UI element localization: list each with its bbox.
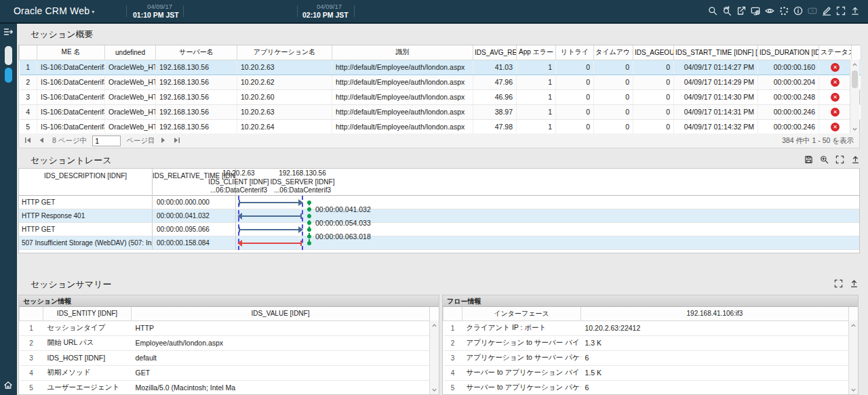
summary-row[interactable]: 4初期メソッドGET <box>20 365 439 380</box>
scroll-up-button[interactable] <box>849 321 858 330</box>
fullscreen-icon[interactable] <box>834 279 843 288</box>
page-first-button[interactable] <box>24 137 34 145</box>
cell: 1 <box>517 60 556 75</box>
cell: OracleWeb_HTTP <box>105 89 156 104</box>
header-divider <box>183 5 184 17</box>
scroll-thumb[interactable] <box>852 70 858 88</box>
overview-column-header[interactable]: App エラー <box>517 45 556 60</box>
summary-column-header[interactable]: IDS_ENTITY [IDNF] <box>43 307 132 320</box>
session-row[interactable]: 1IS-106:DataCenterif3OracleWeb_HTTP192.1… <box>20 60 861 75</box>
eye-icon[interactable] <box>765 6 774 16</box>
search-icon[interactable] <box>708 6 717 16</box>
app-menu[interactable]: Oracle CRM Web▾ <box>14 5 94 16</box>
info-icon[interactable] <box>793 6 803 16</box>
cell: 192.168.130.56 <box>156 75 237 89</box>
start-time: 01:10 PM JST <box>133 11 172 20</box>
status-cell: ✕ <box>819 104 852 119</box>
grid-dots-icon[interactable] <box>779 6 789 16</box>
overview-scrollbar[interactable] <box>850 60 859 134</box>
cell: 10.20.2.62 <box>237 75 332 89</box>
summary-row[interactable]: 2開始 URL パスEmployee/auth/london.aspx <box>20 335 439 350</box>
home-icon[interactable] <box>3 380 13 390</box>
summary-column-header[interactable]: インターフェース <box>462 307 581 320</box>
session-row[interactable]: 2IS-106:DataCenterif3OracleWeb_HTTP192.1… <box>20 75 861 89</box>
upload-icon[interactable] <box>851 155 860 164</box>
time-range-end[interactable]: 04/09/17 02:10 PM JST <box>302 3 342 20</box>
summary-row[interactable]: 5サーバー to アプリケーション パケット6 <box>443 380 859 395</box>
page-last-button[interactable] <box>174 137 183 145</box>
upload-icon[interactable] <box>850 279 859 288</box>
cell: 10.20.2.63 <box>237 104 332 119</box>
search-again-icon[interactable] <box>722 6 732 16</box>
fullscreen-icon[interactable] <box>836 6 846 16</box>
error-status-icon: ✕ <box>831 123 840 131</box>
session-trace-panel: IDS_DESCRIPTION [IDNF] IDS_RELATIVE_TIME… <box>18 168 860 253</box>
time-range-start[interactable]: 04/09/17 01:10 PM JST <box>133 3 172 20</box>
session-row[interactable]: 5IS-106:DataCenterif3OracleWeb_HTTP192.1… <box>20 119 861 134</box>
session-row[interactable]: 4IS-106:DataCenterif3OracleWeb_HTTP192.1… <box>20 104 861 119</box>
expand-sidebar-icon[interactable] <box>3 27 13 37</box>
scroll-down-button[interactable] <box>849 386 858 394</box>
scroll-up-button[interactable] <box>430 321 439 330</box>
page-number-input[interactable] <box>92 136 121 146</box>
summary-row[interactable]: 4サーバー to アプリケーション バイト1.5 K <box>443 365 859 380</box>
overview-column-header[interactable]: サーバー名 <box>156 45 237 60</box>
trace-col-description[interactable]: IDS_DESCRIPTION [IDNF] <box>19 169 153 196</box>
overview-column-header[interactable]: タイムアウト <box>594 45 633 60</box>
overview-column-header[interactable]: IDS_AVG_RESP( <box>473 45 517 60</box>
panel-indicator-active[interactable] <box>5 68 12 83</box>
summary-toolbar <box>834 279 859 288</box>
export-page-icon[interactable] <box>736 6 746 16</box>
summary-row[interactable]: 3IDS_HOST [IDNF]default <box>20 350 439 365</box>
overview-column-header[interactable]: IDS_AGEOUTS <box>633 45 674 60</box>
save-icon[interactable] <box>804 155 813 164</box>
cell: 2 <box>20 335 43 350</box>
scroll-down-button[interactable] <box>850 125 859 133</box>
trace-event-row[interactable]: HTTP Response 40100:00:00.041.032 <box>19 209 859 223</box>
session-row[interactable]: 3IS-106:DataCenterif3OracleWeb_HTTP192.1… <box>20 89 861 104</box>
flow-info-scrollbar[interactable] <box>848 320 858 395</box>
summary-column-header[interactable]: 192.168.41.106:if3 <box>581 307 849 320</box>
trace-event-row[interactable]: HTTP GET00:00:00.000.000 <box>19 196 859 209</box>
overview-column-header[interactable] <box>20 45 37 60</box>
cell: http://default/Employee/auth/london.aspx <box>332 75 473 89</box>
summary-column-header[interactable]: IDS_VALUE [IDNF] <box>132 307 430 320</box>
zoom-icon[interactable] <box>820 155 829 164</box>
trace-event-row[interactable]: 507 Insufficient Storage (WebDAV) (507: … <box>19 236 859 250</box>
page-next-button[interactable] <box>160 137 170 145</box>
overview-column-header[interactable]: undefined <box>105 45 156 60</box>
overview-column-header[interactable]: 識別 <box>332 45 473 60</box>
cell: 2 <box>443 335 462 350</box>
upload-icon[interactable] <box>850 6 860 16</box>
summary-row[interactable]: 5ユーザーエージェントMozilla/5.0 (Macintosh; Intel… <box>20 380 439 395</box>
summary-row[interactable]: 1クライアント IP : ポート10.20.2.63:22412 <box>443 320 859 335</box>
cell: 2 <box>20 75 37 89</box>
cell: IS-106:DataCenterif3 <box>37 75 105 89</box>
summary-row[interactable]: 2アプリケーション to サーバー バイト1.3 K <box>443 335 859 350</box>
sidebar-top <box>3 27 13 38</box>
trace-event-row[interactable]: HTTP GET00:00:00.095.066 <box>19 223 859 236</box>
overview-column-header[interactable]: ステータス <box>819 45 852 60</box>
summary-row[interactable]: 1セッションタイプHTTP <box>20 320 439 335</box>
overview-column-header[interactable]: アプリケーション名 <box>237 45 332 60</box>
cell: GET <box>132 365 430 380</box>
scroll-up-button[interactable] <box>850 60 859 69</box>
scroll-down-button[interactable] <box>430 386 439 394</box>
overview-column-header[interactable]: リトライ <box>556 45 594 60</box>
fullscreen-icon[interactable] <box>835 155 844 164</box>
status-cell: ✕ <box>819 89 852 104</box>
screen-settings-icon[interactable] <box>751 6 760 16</box>
annotate-icon[interactable] <box>822 6 831 16</box>
end-date: 04/09/17 <box>302 3 342 11</box>
overview-column-header[interactable]: IDS_DURATION [IDNF <box>758 45 819 60</box>
panel-indicator-light[interactable] <box>5 46 12 65</box>
summary-row[interactable]: 3アプリケーション to サーバー パケット6 <box>443 350 859 365</box>
cell: 1 <box>517 119 556 134</box>
page-prev-button[interactable] <box>38 137 47 145</box>
overview-column-header[interactable]: IDS_START_TIME [IDNF] [IDNF] <box>674 45 758 60</box>
session-info-scrollbar[interactable] <box>429 320 439 395</box>
cell: 0 <box>633 89 674 104</box>
overview-column-header[interactable]: ME 名 <box>37 45 105 60</box>
n-badge-icon[interactable]: n <box>808 6 817 16</box>
cell: 5 <box>443 380 462 395</box>
